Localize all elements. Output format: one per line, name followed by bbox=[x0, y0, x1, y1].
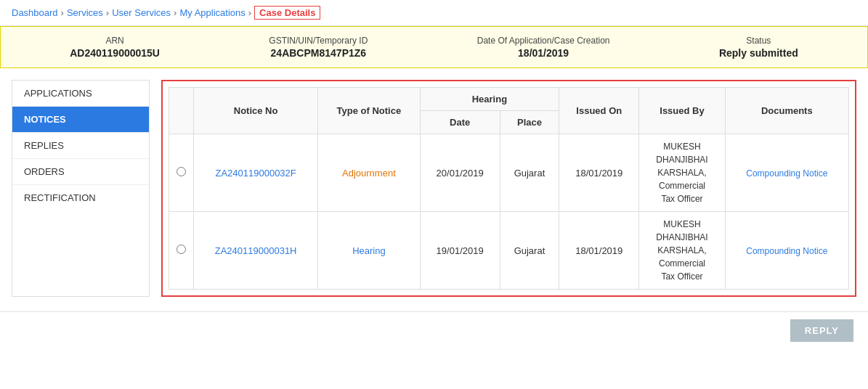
col-hearing-date: Date bbox=[420, 111, 500, 134]
col-hearing-group: Hearing bbox=[420, 88, 559, 111]
sep-2: › bbox=[106, 7, 109, 18]
gstin-section: GSTIN/UIN/Temporary ID 24ABCPM8147P1Z6 bbox=[269, 36, 368, 59]
header-banner: ARN AD240119000015U GSTIN/UIN/Temporary … bbox=[0, 26, 868, 68]
issued-on-1: 18/01/2019 bbox=[559, 212, 639, 290]
sep-3: › bbox=[174, 7, 177, 18]
issued-by-0: MUKESHDHANJIBHAIKARSHALA,CommercialTax O… bbox=[639, 134, 725, 212]
arn-value: AD240119000015U bbox=[70, 47, 160, 59]
date-label: Date Of Application/Case Creation bbox=[477, 36, 610, 46]
hearing-place-1: Gujarat bbox=[500, 212, 559, 290]
col-issued-on: Issued On bbox=[559, 88, 639, 134]
breadcrumb-services[interactable]: Services bbox=[67, 7, 103, 18]
row-radio-1[interactable] bbox=[169, 212, 194, 290]
document-1[interactable]: Compounding Notice bbox=[725, 212, 848, 290]
breadcrumb-dashboard[interactable]: Dashboard bbox=[12, 7, 58, 18]
breadcrumb-case-details: Case Details bbox=[254, 6, 320, 20]
notices-table-container: Notice No Type of Notice Hearing Issued … bbox=[161, 80, 856, 297]
sidebar: APPLICATIONS NOTICES REPLIES ORDERS RECT… bbox=[12, 80, 150, 297]
issued-on-0: 18/01/2019 bbox=[559, 134, 639, 212]
issued-by-1: MUKESHDHANJIBHAIKARSHALA,CommercialTax O… bbox=[639, 212, 725, 290]
gstin-label: GSTIN/UIN/Temporary ID bbox=[269, 36, 368, 46]
arn-label: ARN bbox=[70, 36, 160, 46]
reply-button[interactable]: REPLY bbox=[790, 319, 853, 342]
type-1: Hearing bbox=[318, 212, 420, 290]
status-value: Reply submitted bbox=[719, 47, 798, 59]
notice-no-1[interactable]: ZA240119000031H bbox=[194, 212, 318, 290]
hearing-date-0: 20/01/2019 bbox=[420, 134, 500, 212]
breadcrumb-my-applications[interactable]: My Applications bbox=[179, 7, 245, 18]
notices-table: Notice No Type of Notice Hearing Issued … bbox=[169, 87, 849, 290]
sidebar-item-orders[interactable]: ORDERS bbox=[12, 159, 149, 185]
breadcrumb-user-services[interactable]: User Services bbox=[112, 7, 171, 18]
col-notice-no: Notice No bbox=[194, 88, 318, 134]
table-row: ZA240119000031H Hearing 19/01/2019 Gujar… bbox=[169, 212, 849, 290]
sidebar-item-replies[interactable]: REPLIES bbox=[12, 133, 149, 159]
hearing-place-0: Gujarat bbox=[500, 134, 559, 212]
sep-4: › bbox=[248, 7, 251, 18]
date-value: 18/01/2019 bbox=[477, 47, 610, 59]
main-layout: APPLICATIONS NOTICES REPLIES ORDERS RECT… bbox=[0, 68, 868, 308]
col-radio bbox=[169, 88, 194, 134]
gstin-value: 24ABCPM8147P1Z6 bbox=[269, 47, 368, 59]
col-issued-by: Issued By bbox=[639, 88, 725, 134]
table-row: ZA240119000032F Adjournment 20/01/2019 G… bbox=[169, 134, 849, 212]
row-radio-0[interactable] bbox=[169, 134, 194, 212]
col-hearing-place: Place bbox=[500, 111, 559, 134]
sidebar-item-rectification[interactable]: RECTIFICATION bbox=[12, 185, 149, 210]
breadcrumb: Dashboard › Services › User Services › M… bbox=[0, 0, 868, 26]
document-0[interactable]: Compounding Notice bbox=[725, 134, 848, 212]
radio-input-1[interactable] bbox=[177, 245, 186, 254]
footer-bar: REPLY bbox=[0, 311, 868, 349]
status-label: Status bbox=[719, 36, 798, 46]
col-type: Type of Notice bbox=[318, 88, 420, 134]
sep-1: › bbox=[61, 7, 64, 18]
sidebar-item-applications[interactable]: APPLICATIONS bbox=[12, 81, 149, 107]
notice-no-0[interactable]: ZA240119000032F bbox=[194, 134, 318, 212]
type-0: Adjournment bbox=[318, 134, 420, 212]
sidebar-item-notices[interactable]: NOTICES bbox=[12, 107, 149, 133]
hearing-date-1: 19/01/2019 bbox=[420, 212, 500, 290]
col-documents: Documents bbox=[725, 88, 848, 134]
radio-input-0[interactable] bbox=[177, 167, 186, 176]
date-section: Date Of Application/Case Creation 18/01/… bbox=[477, 36, 610, 59]
arn-section: ARN AD240119000015U bbox=[70, 36, 160, 59]
status-section: Status Reply submitted bbox=[719, 36, 798, 59]
